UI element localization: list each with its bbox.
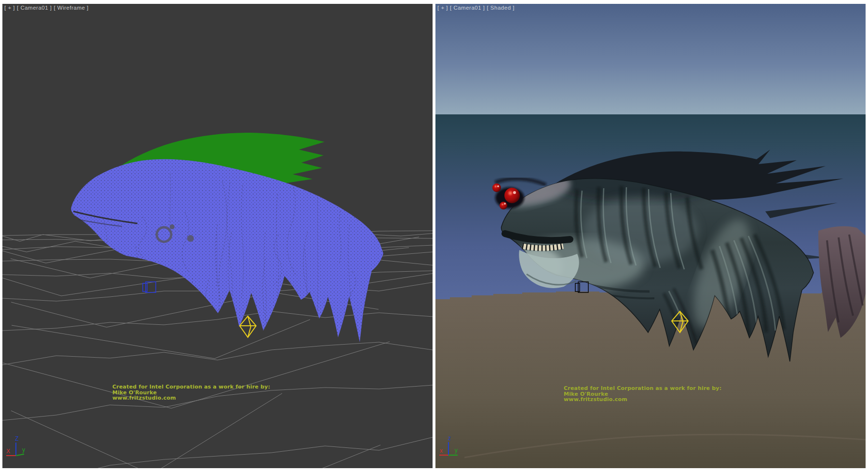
viewport-label-wireframe: [ + ][ Camera01 ][ Wireframe ]: [4, 5, 91, 11]
copyright-watermark: Created for Intel Corporation as a work …: [112, 384, 270, 401]
fish-eye-small: [492, 183, 501, 192]
axis-x-label: x: [440, 447, 443, 454]
copyright-watermark: Created for Intel Corporation as a work …: [564, 386, 721, 403]
axis-y-label: y: [455, 447, 458, 454]
viewport-shaded[interactable]: [ + ][ Camera01 ][ Shaded ]: [435, 4, 866, 468]
axis-y-label: y: [22, 446, 25, 453]
axis-x-label: X: [6, 448, 10, 455]
viewport-menu-camera[interactable]: [ Camera01 ]: [450, 5, 485, 11]
axis-z-label: Z: [15, 435, 18, 442]
viewport-menu-expand[interactable]: [ + ]: [437, 5, 448, 11]
viewport-menu-shading[interactable]: [ Wireframe ]: [54, 5, 88, 11]
fish-eye: [504, 188, 520, 203]
sky-backdrop: [435, 4, 866, 114]
axis-z-label: z: [448, 435, 451, 442]
viewport-menu-shading[interactable]: [ Shaded ]: [487, 5, 514, 11]
box-helper-object[interactable]: [143, 282, 156, 292]
viewport-menu-expand[interactable]: [ + ]: [4, 5, 15, 11]
fish-eye-small: [500, 202, 507, 209]
viewport-split-layout: [ + ][ Camera01 ][ Wireframe ]: [0, 0, 868, 472]
viewport-menu-camera[interactable]: [ Camera01 ]: [17, 5, 52, 11]
viewport-label-shaded: [ + ][ Camera01 ][ Shaded ]: [437, 5, 516, 11]
viewport-wireframe[interactable]: [ + ][ Camera01 ][ Wireframe ]: [2, 4, 433, 468]
axis-tripod: X Z y: [6, 435, 25, 456]
